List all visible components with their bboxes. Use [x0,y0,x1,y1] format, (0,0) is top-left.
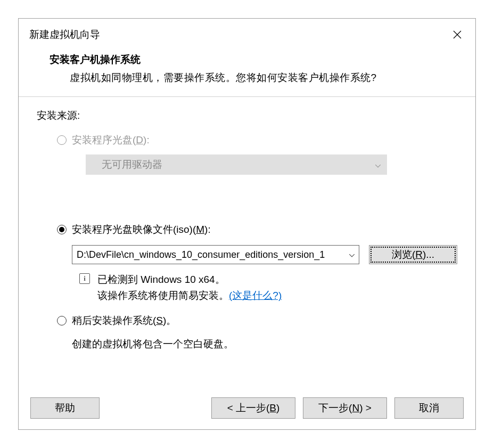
chevron-down-icon [349,251,355,259]
back-button[interactable]: < 上一步(B) [211,397,295,419]
content-area: 安装来源: 安装程序光盘(D): 无可用驱动器 [19,97,475,390]
option-disc[interactable]: 安装程序光盘(D): 无可用驱动器 [57,133,457,175]
option-later-label: 稍后安装操作系统(S)。 [72,314,176,328]
detected-os-text: 已检测到 Windows 10 x64。 [97,272,282,288]
close-icon [452,30,462,39]
button-bar: 帮助 < 上一步(B) 下一步(N) > 取消 [19,390,475,429]
radio-icon [57,135,67,145]
cancel-button[interactable]: 取消 [394,397,464,419]
option-disc-label: 安装程序光盘(D): [72,133,150,147]
close-button[interactable] [449,26,466,43]
whats-this-link[interactable]: (这是什么?) [229,290,282,301]
iso-path-input[interactable]: D:\DevFile\cn_windows_10_consumer_editio… [72,245,359,264]
later-note: 创建的虚拟机将包含一个空白硬盘。 [72,337,457,351]
option-iso-label: 安装程序光盘映像文件(iso)(M): [72,223,211,237]
wizard-dialog: 新建虚拟机向导 安装客户机操作系统 虚拟机如同物理机，需要操作系统。您将如何安装… [18,18,476,430]
option-iso[interactable]: 安装程序光盘映像文件(iso)(M): D:\DevFile\cn_window… [57,223,457,304]
radio-icon [57,225,67,234]
option-later[interactable]: 稍后安装操作系统(S)。 创建的虚拟机将包含一个空白硬盘。 [57,314,457,351]
header-section: 安装客户机操作系统 虚拟机如同物理机，需要操作系统。您将如何安装客户机操作系统? [19,50,475,96]
next-button[interactable]: 下一步(N) > [303,397,387,419]
info-icon: i [79,273,90,284]
help-button[interactable]: 帮助 [30,397,100,419]
dialog-title: 新建虚拟机向导 [29,28,100,42]
detection-info: i 已检测到 Windows 10 x64。 该操作系统将使用简易安装。(这是什… [79,272,457,304]
title-bar: 新建虚拟机向导 [19,19,475,50]
radio-group: 安装程序光盘(D): 无可用驱动器 安装程序光盘映像文件(iso)(M): [57,133,457,351]
disc-dropdown: 无可用驱动器 [86,154,387,175]
header-title: 安装客户机操作系统 [50,53,465,67]
easy-install-text: 该操作系统将使用简易安装。(这是什么?) [97,288,282,304]
header-subtitle: 虚拟机如同物理机，需要操作系统。您将如何安装客户机操作系统? [70,71,465,85]
browse-button[interactable]: 浏览(R)... [369,245,457,264]
radio-icon [57,316,67,325]
chevron-down-icon [375,159,381,170]
source-label: 安装来源: [37,109,457,123]
